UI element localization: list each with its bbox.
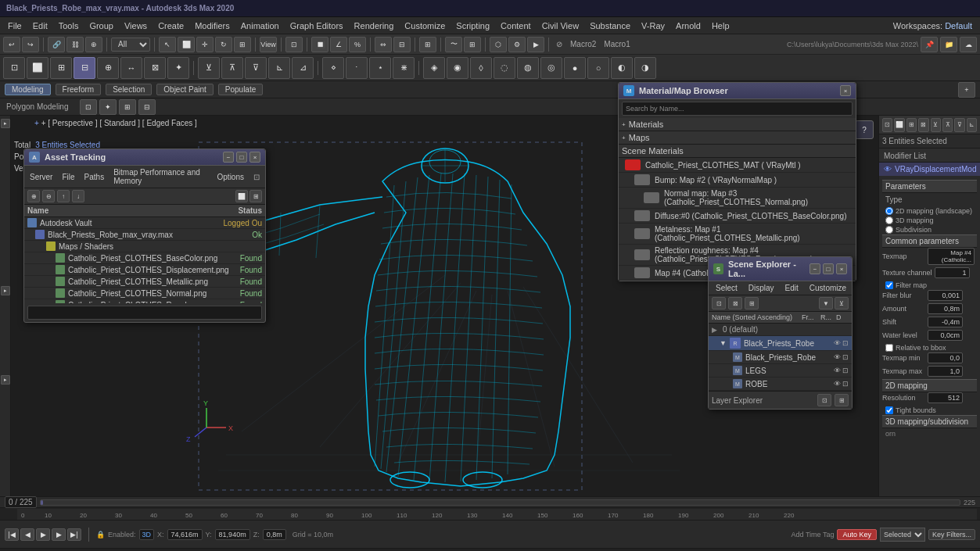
- relative-bbox-check[interactable]: [885, 344, 893, 352]
- rsb-btn-8[interactable]: ⊾: [967, 118, 977, 132]
- asset-minimize-btn[interactable]: −: [223, 152, 234, 163]
- rsb-btn-5[interactable]: ⊻: [931, 118, 941, 132]
- asset-row-max[interactable]: Black_Priests_Robe_max_vray.max Ok: [24, 229, 265, 241]
- select-btn[interactable]: ↖: [159, 37, 176, 52]
- play-prev-key[interactable]: |◀: [5, 528, 19, 541]
- selection-dropdown[interactable]: Selected: [880, 528, 925, 542]
- large-btn-7[interactable]: ⊠: [144, 57, 166, 79]
- menu-vray[interactable]: V-Ray: [637, 20, 669, 32]
- rsb-btn-7[interactable]: ⊽: [954, 118, 964, 132]
- asset-restore-btn[interactable]: □: [236, 152, 247, 163]
- z-value[interactable]: 0,8m: [263, 529, 286, 540]
- pin-btn[interactable]: 📌: [921, 37, 938, 52]
- scene-close-btn[interactable]: ×: [836, 263, 847, 274]
- rsb-btn-3[interactable]: ⊞: [906, 118, 917, 132]
- scene-tb-r2[interactable]: ⊻: [835, 297, 849, 309]
- water-value[interactable]: 0,0cm: [928, 330, 963, 341]
- menu-arnold[interactable]: Arnold: [671, 20, 705, 32]
- large-btn-21[interactable]: ◌: [494, 57, 515, 79]
- menu-group[interactable]: Group: [84, 20, 118, 32]
- large-btn-16[interactable]: ⋆: [369, 57, 391, 79]
- key-filters-btn[interactable]: Key Filters...: [928, 529, 975, 540]
- mat-item-normal[interactable]: Normal map: Map #3 (Catholic_Priest_CLOT…: [619, 188, 856, 209]
- scene-tb-3[interactable]: ⊞: [745, 297, 759, 309]
- scale-btn[interactable]: ⊞: [234, 37, 251, 52]
- render-btn[interactable]: ▶: [527, 37, 544, 52]
- schematic-btn[interactable]: ⊞: [464, 37, 481, 52]
- asset-row-disp[interactable]: Catholic_Priest_CLOTHES_Displacement.png…: [24, 264, 265, 276]
- asset-row-vault[interactable]: Autodesk Vault Logged Ou: [24, 217, 265, 229]
- menu-civil-view[interactable]: Civil View: [537, 20, 583, 32]
- pivot-btn[interactable]: ⊡: [285, 37, 303, 52]
- menu-views[interactable]: Views: [120, 20, 152, 32]
- mat-item-metal[interactable]: Metalness: Map #1 (Catholic_Priest_CLOTH…: [619, 224, 856, 245]
- move-btn[interactable]: ✛: [196, 37, 214, 52]
- left-btn-2[interactable]: ▸: [1, 286, 10, 295]
- large-btn-5[interactable]: ⊕: [97, 57, 119, 79]
- menu-substance[interactable]: Substance: [585, 20, 635, 32]
- asset-panel-header[interactable]: A Asset Tracking − □ ×: [24, 149, 265, 166]
- mat-close-btn[interactable]: ×: [840, 85, 851, 96]
- scene-panel-header[interactable]: S Scene Explorer - La... − □ ×: [709, 257, 852, 281]
- large-btn-18[interactable]: ◈: [423, 57, 445, 79]
- menu-tools[interactable]: Tools: [54, 20, 84, 32]
- mat-section-materials[interactable]: + Materials: [619, 118, 856, 131]
- asset-tb-r2[interactable]: ⊞: [249, 190, 262, 202]
- asset-row-basecolor[interactable]: Catholic_Priest_CLOTHES_BaseColor.png Fo…: [24, 252, 265, 264]
- tab-modeling[interactable]: Modeling: [5, 84, 51, 95]
- scene-row-default[interactable]: ▶ 0 (default): [709, 324, 852, 336]
- asset-tb-3[interactable]: ↑: [57, 190, 70, 202]
- play-prev-frame[interactable]: ◀: [20, 528, 34, 541]
- asset-row-normal[interactable]: Catholic_Priest_CLOTHES_Normal.png Found: [24, 288, 265, 299]
- path-btn[interactable]: 📁: [940, 37, 957, 52]
- large-btn-12[interactable]: ⊾: [268, 57, 290, 79]
- mat-panel-header[interactable]: M Material/Map Browser ×: [619, 83, 856, 99]
- align-btn[interactable]: ⊟: [393, 37, 411, 52]
- auto-key-btn[interactable]: Auto Key: [837, 529, 877, 540]
- tight-bounds-check[interactable]: [885, 406, 893, 414]
- play-next-frame[interactable]: ▶: [52, 528, 66, 541]
- large-btn-1[interactable]: ⊡: [3, 57, 25, 79]
- texmap-value[interactable]: Map #4 (Catholic...: [928, 248, 975, 265]
- scene-footer-btn2[interactable]: ⊞: [835, 394, 849, 406]
- large-btn-6[interactable]: ↔: [120, 57, 142, 79]
- large-btn-24[interactable]: ●: [564, 57, 586, 79]
- large-btn-2[interactable]: ⬜: [27, 57, 48, 79]
- asset-row-maps[interactable]: Maps / Shaders: [24, 241, 265, 252]
- mat-editor-btn[interactable]: ⬡: [490, 37, 507, 52]
- scene-tb-2[interactable]: ⊠: [728, 297, 742, 309]
- type-subdiv-radio[interactable]: [885, 226, 893, 234]
- cloud-btn[interactable]: ☁: [960, 37, 977, 52]
- modifier-item-vray[interactable]: 👁 VRayDisplacementMod: [879, 163, 980, 177]
- mat-item-bump[interactable]: Bump: Map #2 ( VRayNormalMap ): [619, 173, 856, 188]
- tab-object-paint[interactable]: Object Paint: [156, 84, 213, 95]
- large-btn-3[interactable]: ⊞: [50, 57, 72, 79]
- custom-btn1[interactable]: +: [958, 82, 975, 98]
- scene-menu-display[interactable]: Display: [746, 283, 777, 293]
- redo-btn[interactable]: ↪: [22, 37, 39, 52]
- large-btn-25[interactable]: ○: [587, 57, 609, 79]
- menu-modifiers[interactable]: Modifiers: [190, 20, 235, 32]
- poly-tool-1[interactable]: ⊡: [80, 99, 97, 115]
- tab-populate[interactable]: Populate: [218, 84, 263, 95]
- scene-menu-edit[interactable]: Edit: [783, 283, 801, 293]
- frame-display[interactable]: 0 / 225: [5, 496, 37, 508]
- tab-selection[interactable]: Selection: [106, 84, 152, 95]
- scene-tb-1[interactable]: ⊡: [712, 297, 726, 309]
- asset-menu-server[interactable]: Server: [27, 172, 55, 182]
- menu-create[interactable]: Create: [153, 20, 188, 32]
- timeline-track[interactable]: [40, 499, 960, 506]
- menu-content[interactable]: Content: [496, 20, 536, 32]
- large-btn-20[interactable]: ◊: [470, 57, 492, 79]
- large-btn-27[interactable]: ◑: [634, 57, 656, 79]
- asset-menu-file[interactable]: File: [59, 172, 77, 182]
- large-btn-15[interactable]: ⋅: [346, 57, 368, 79]
- asset-row-rough[interactable]: Catholic_Priest_CLOTHES_Roughness.png Fo…: [24, 299, 265, 303]
- bind-btn[interactable]: ⊕: [85, 37, 102, 52]
- left-btn-3[interactable]: ▸: [1, 375, 10, 385]
- rsb-btn-4[interactable]: ⊠: [918, 118, 928, 132]
- large-btn-14[interactable]: ⋄: [322, 57, 344, 79]
- large-btn-22[interactable]: ◍: [517, 57, 539, 79]
- large-btn-9[interactable]: ⊻: [198, 57, 220, 79]
- y-value[interactable]: 81,940m: [215, 529, 250, 540]
